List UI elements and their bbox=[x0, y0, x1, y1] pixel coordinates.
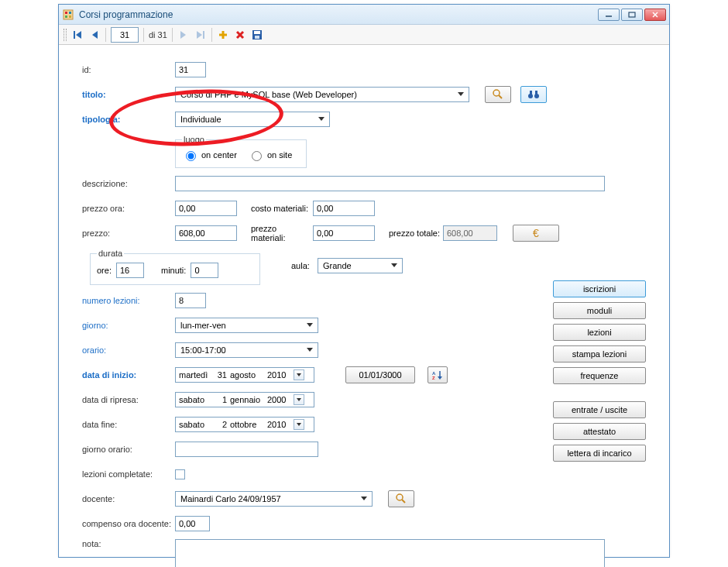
delete-record-button[interactable] bbox=[234, 29, 246, 41]
side-button-column: iscrizioni moduli lezioni stampa lezioni… bbox=[553, 280, 646, 462]
record-navigator-toolbar: di 31 bbox=[59, 25, 669, 45]
orario-combo[interactable]: 15:00-17:00 bbox=[175, 342, 318, 358]
svg-rect-21 bbox=[255, 36, 259, 39]
binoculars-button[interactable] bbox=[520, 86, 547, 103]
compenso-field[interactable] bbox=[175, 516, 210, 531]
chevron-down-icon bbox=[455, 88, 467, 101]
svg-marker-13 bbox=[197, 31, 202, 39]
tipologia-combo[interactable]: Individuale bbox=[175, 112, 330, 127]
lettera-incarico-button[interactable]: lettera di incarico bbox=[553, 445, 646, 462]
prezzo-totale-field bbox=[443, 225, 497, 241]
svg-marker-38 bbox=[297, 398, 301, 401]
compenso-label: compenso ora docente: bbox=[82, 519, 175, 528]
ore-field[interactable] bbox=[116, 263, 144, 278]
data-inizio-picker[interactable]: martedì 31 agosto 2010 bbox=[175, 367, 314, 383]
magnifier-icon bbox=[492, 88, 504, 101]
frequenze-button[interactable]: frequenze bbox=[553, 367, 646, 384]
numero-lezioni-label: numero lezioni: bbox=[82, 296, 175, 305]
giorno-label: giorno: bbox=[82, 321, 175, 330]
titolo-value: Corso di PHP e MySQL base (Web Developer… bbox=[179, 90, 455, 99]
svg-rect-4 bbox=[69, 15, 71, 18]
giorno-orario-label: giorno orario: bbox=[82, 445, 175, 454]
prezzo-totale-label: prezzo totale: bbox=[389, 229, 443, 238]
data-ripresa-picker[interactable]: sabato 1 gennaio 2000 bbox=[175, 392, 314, 407]
nav-first-button[interactable] bbox=[71, 29, 84, 41]
orario-value: 15:00-17:00 bbox=[179, 345, 304, 355]
reset-date-button[interactable]: 01/01/3000 bbox=[345, 366, 415, 383]
binoculars-icon bbox=[527, 89, 540, 100]
svg-point-41 bbox=[397, 494, 403, 500]
titolo-label: titolo: bbox=[82, 90, 175, 99]
data-fine-picker[interactable]: sabato 2 ottobre 2010 bbox=[175, 417, 314, 432]
svg-rect-27 bbox=[530, 91, 532, 94]
form-area: id: titolo: Corso di PHP e MySQL base (W… bbox=[59, 45, 669, 557]
aula-combo[interactable]: Grande bbox=[318, 258, 403, 273]
descrizione-label: descrizione: bbox=[82, 179, 175, 188]
prezzo-ora-label: prezzo ora: bbox=[82, 204, 175, 213]
id-field[interactable] bbox=[175, 62, 206, 77]
iscrizioni-button[interactable]: iscrizioni bbox=[553, 280, 646, 297]
nav-last-button[interactable] bbox=[194, 29, 207, 41]
prezzo-materiali-label: prezzo materiali: bbox=[251, 224, 313, 242]
search-titolo-button[interactable] bbox=[485, 86, 511, 103]
lezioni-completate-label: lezioni completate: bbox=[82, 469, 175, 479]
svg-rect-28 bbox=[535, 91, 537, 94]
stampa-lezioni-button[interactable]: stampa lezioni bbox=[553, 345, 646, 363]
data-ripresa-label: data di ripresa: bbox=[82, 395, 175, 404]
svg-text:Z: Z bbox=[432, 376, 435, 380]
sort-button[interactable]: A Z bbox=[428, 366, 448, 383]
luogo-legend: luogo bbox=[182, 135, 206, 144]
svg-rect-3 bbox=[65, 15, 67, 18]
save-record-button[interactable] bbox=[251, 29, 263, 41]
moduli-button[interactable]: moduli bbox=[553, 302, 646, 319]
tipologia-value: Individuale bbox=[179, 115, 315, 124]
docente-combo[interactable]: Mainardi Carlo 24/09/1957 bbox=[175, 491, 373, 507]
nota-field[interactable] bbox=[175, 539, 605, 567]
euro-button[interactable]: € bbox=[513, 225, 559, 242]
prezzo-materiali-field[interactable] bbox=[313, 225, 375, 241]
minuti-field[interactable] bbox=[191, 263, 218, 278]
luogo-on-site-radio[interactable]: on site bbox=[248, 149, 292, 161]
record-total-label: di 31 bbox=[149, 30, 167, 40]
chevron-down-icon bbox=[388, 259, 400, 272]
luogo-on-center-radio[interactable]: on center bbox=[182, 149, 237, 161]
magnifier-icon bbox=[395, 493, 407, 505]
luogo-fieldset: luogo on center on site bbox=[175, 135, 307, 168]
lezioni-completate-checkbox[interactable] bbox=[175, 469, 185, 479]
svg-marker-30 bbox=[391, 263, 397, 267]
giorno-combo[interactable]: lun-mer-ven bbox=[175, 318, 318, 333]
svg-marker-33 bbox=[297, 373, 301, 376]
euro-icon: € bbox=[533, 227, 539, 239]
costo-materiali-field[interactable] bbox=[313, 201, 375, 216]
chevron-down-icon bbox=[315, 113, 328, 125]
toolbar-grip bbox=[64, 29, 67, 41]
attestato-button[interactable]: attestato bbox=[553, 423, 646, 440]
nav-next-button[interactable] bbox=[177, 29, 190, 41]
record-index-input[interactable] bbox=[111, 27, 139, 43]
maximize-button[interactable] bbox=[621, 9, 643, 21]
main-window: Corsi programmazione di 31 bbox=[58, 4, 670, 558]
data-fine-label: data fine: bbox=[82, 420, 175, 429]
giorno-orario-field[interactable] bbox=[175, 442, 318, 457]
aula-value: Grande bbox=[321, 261, 388, 270]
calendar-icon bbox=[294, 419, 304, 430]
search-docente-button[interactable] bbox=[388, 490, 414, 507]
svg-marker-39 bbox=[297, 423, 301, 426]
minimize-button[interactable] bbox=[598, 9, 620, 21]
nav-prev-button[interactable] bbox=[88, 29, 101, 41]
lezioni-button[interactable]: lezioni bbox=[553, 324, 646, 341]
prezzo-field[interactable] bbox=[175, 225, 237, 241]
add-record-button[interactable] bbox=[217, 29, 229, 41]
chevron-down-icon bbox=[304, 344, 316, 356]
entrate-uscite-button[interactable]: entrate / uscite bbox=[553, 401, 646, 418]
numero-lezioni-field[interactable] bbox=[175, 293, 206, 308]
svg-marker-29 bbox=[318, 117, 325, 121]
close-button[interactable] bbox=[644, 9, 666, 21]
app-icon bbox=[62, 9, 74, 21]
titolo-combo[interactable]: Corso di PHP e MySQL base (Web Developer… bbox=[175, 87, 469, 102]
orario-label: orario: bbox=[82, 345, 175, 355]
descrizione-field[interactable] bbox=[175, 176, 605, 191]
prezzo-ora-field[interactable] bbox=[175, 201, 237, 216]
giorno-value: lun-mer-ven bbox=[179, 321, 304, 330]
svg-point-23 bbox=[493, 90, 500, 96]
